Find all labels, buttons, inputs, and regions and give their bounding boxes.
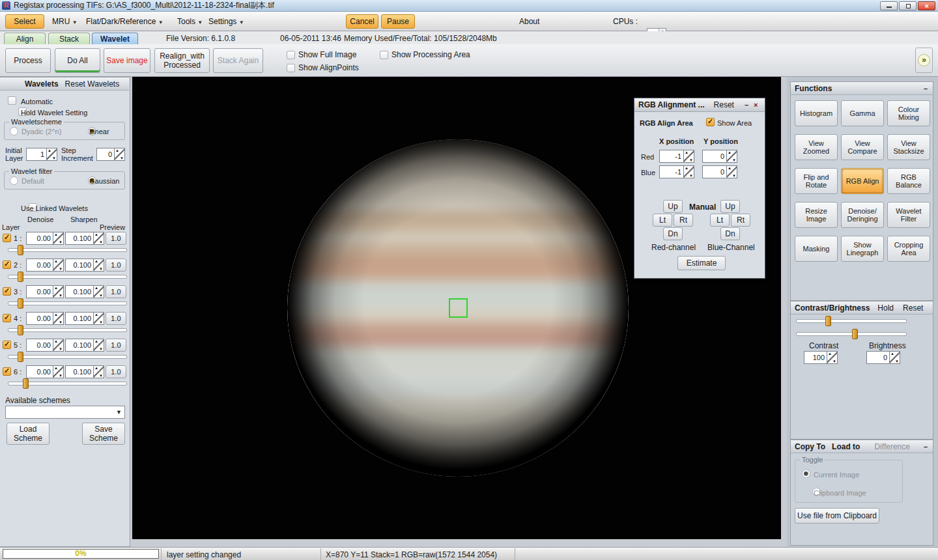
blue-up-button[interactable]: Up bbox=[720, 200, 740, 213]
sharpen-value[interactable]: 0.100 bbox=[65, 312, 93, 325]
layer2-checkbox[interactable] bbox=[3, 260, 11, 269]
image-canvas[interactable]: RGB Alignment ... Reset – × RGB Align Ar… bbox=[132, 77, 781, 539]
difference-button[interactable]: Difference bbox=[874, 442, 909, 451]
red-down-button[interactable]: Dn bbox=[663, 227, 683, 240]
layer1-preview-button[interactable]: 1.0 bbox=[106, 232, 126, 245]
layer4-preview-button[interactable]: 1.0 bbox=[106, 312, 126, 325]
sharpen-value[interactable]: 0.100 bbox=[65, 339, 93, 352]
blue-x-value[interactable]: -1 bbox=[659, 165, 683, 178]
spinner-icon[interactable] bbox=[683, 150, 694, 163]
automatic-checkbox[interactable] bbox=[8, 96, 16, 105]
gamma-button[interactable]: Gamma bbox=[841, 100, 884, 126]
estimate-button[interactable]: Estimate bbox=[677, 256, 726, 270]
sharpen-value[interactable]: 0.100 bbox=[65, 232, 93, 245]
menu-flat-dark-reference[interactable]: Flat/Dark/Reference ▼ bbox=[86, 17, 163, 26]
flip-rotate-button[interactable]: Flip and Rotate bbox=[795, 168, 838, 194]
blue-y-stepper[interactable]: 0 bbox=[702, 165, 737, 178]
layer1-sharpen-stepper[interactable]: 0.100 bbox=[65, 232, 104, 245]
dyadic-radio[interactable] bbox=[10, 127, 18, 135]
denoise-value[interactable]: 0.00 bbox=[26, 285, 53, 298]
layer6-sharpen-stepper[interactable]: 0.100 bbox=[65, 365, 104, 378]
denoise-value[interactable]: 0.00 bbox=[26, 232, 53, 245]
spinner-icon[interactable] bbox=[93, 365, 104, 378]
pause-button[interactable]: Pause bbox=[381, 14, 415, 29]
layer1-checkbox[interactable] bbox=[3, 234, 11, 242]
layer2-denoise-stepper[interactable]: 0.00 bbox=[26, 259, 64, 272]
layer6-checkbox[interactable] bbox=[3, 367, 11, 376]
layer3-checkbox[interactable] bbox=[3, 287, 11, 296]
spinner-icon[interactable] bbox=[93, 312, 104, 325]
show-processing-area-checkbox[interactable]: Show Processing Area bbox=[380, 50, 470, 59]
do-all-button[interactable]: Do All bbox=[55, 48, 100, 73]
slider-handle[interactable] bbox=[18, 245, 23, 255]
load-to-button[interactable]: Load to bbox=[832, 442, 860, 451]
wavelet-filter-button[interactable]: Wavelet Filter bbox=[887, 202, 930, 228]
spinner-icon[interactable] bbox=[114, 148, 125, 161]
view-compare-button[interactable]: View Compare bbox=[841, 134, 884, 160]
contrast-slider[interactable] bbox=[796, 319, 907, 323]
layer1-slider[interactable] bbox=[8, 248, 127, 252]
layer4-checkbox[interactable] bbox=[3, 314, 11, 322]
show-full-image-checkbox[interactable]: Show Full Image bbox=[287, 50, 356, 59]
red-y-value[interactable]: 0 bbox=[702, 150, 726, 163]
contrast-stepper[interactable]: 100 bbox=[804, 351, 838, 364]
slider-handle[interactable] bbox=[825, 316, 831, 326]
sharpen-value[interactable]: 0.100 bbox=[65, 285, 93, 298]
slider-handle[interactable] bbox=[18, 325, 23, 335]
process-button[interactable]: Process bbox=[5, 48, 51, 73]
brightness-value[interactable]: 0 bbox=[866, 351, 889, 364]
sharpen-value[interactable]: 0.100 bbox=[65, 259, 93, 272]
menu-about[interactable]: About bbox=[519, 17, 539, 26]
spinner-icon[interactable] bbox=[726, 150, 737, 163]
layer3-preview-button[interactable]: 1.0 bbox=[106, 285, 126, 298]
layer6-denoise-stepper[interactable]: 0.00 bbox=[26, 365, 64, 378]
tab-wavelet[interactable]: Wavelet bbox=[92, 33, 138, 44]
tab-align[interactable]: Align bbox=[4, 33, 46, 44]
layer5-preview-button[interactable]: 1.0 bbox=[106, 339, 126, 352]
spinner-icon[interactable] bbox=[53, 259, 64, 272]
brightness-stepper[interactable]: 0 bbox=[866, 351, 900, 364]
layer5-checkbox[interactable] bbox=[3, 341, 11, 349]
load-scheme-button[interactable]: Load Scheme bbox=[7, 423, 50, 445]
spinner-icon[interactable] bbox=[93, 232, 104, 245]
spinner-icon[interactable] bbox=[53, 365, 64, 378]
resize-image-button[interactable]: Resize Image bbox=[795, 202, 838, 228]
slider-handle[interactable] bbox=[18, 298, 23, 309]
dialog-close-icon[interactable]: × bbox=[754, 101, 758, 109]
contrast-value[interactable]: 100 bbox=[804, 351, 827, 364]
initial-layer-stepper[interactable]: 1 bbox=[26, 148, 57, 161]
layer3-denoise-stepper[interactable]: 0.00 bbox=[26, 285, 64, 298]
red-left-button[interactable]: Lt bbox=[653, 214, 672, 227]
rgb-dialog-header[interactable]: RGB Alignment ... Reset – × bbox=[634, 98, 765, 112]
spinner-icon[interactable] bbox=[46, 148, 57, 161]
layer5-sharpen-stepper[interactable]: 0.100 bbox=[65, 339, 104, 352]
tab-stack[interactable]: Stack bbox=[48, 33, 90, 44]
restore-button[interactable] bbox=[899, 1, 917, 10]
show-linegraph-button[interactable]: Show Linegraph bbox=[841, 236, 884, 262]
default-radio[interactable] bbox=[10, 176, 18, 185]
expand-panel-button[interactable]: » bbox=[915, 48, 933, 73]
schemes-dropdown[interactable]: ▼ bbox=[5, 406, 125, 419]
spinner-icon[interactable] bbox=[93, 339, 104, 352]
step-increment-stepper[interactable]: 0 bbox=[96, 148, 125, 161]
close-button[interactable]: × bbox=[918, 1, 935, 10]
step-increment-value[interactable]: 0 bbox=[96, 148, 114, 161]
menu-select-button[interactable]: Select bbox=[5, 14, 44, 29]
rgb-align-button[interactable]: RGB Align bbox=[841, 168, 884, 194]
menu-tools[interactable]: Tools ▼ bbox=[177, 17, 203, 26]
denoise-value[interactable]: 0.00 bbox=[26, 339, 53, 352]
slider-handle[interactable] bbox=[23, 378, 29, 389]
copy-to-button[interactable]: Copy To bbox=[795, 442, 825, 451]
layer2-sharpen-stepper[interactable]: 0.100 bbox=[65, 259, 104, 272]
panel-minimize-icon[interactable]: – bbox=[924, 85, 928, 92]
spinner-icon[interactable] bbox=[93, 285, 104, 298]
sharpen-value[interactable]: 0.100 bbox=[65, 365, 93, 378]
spinner-icon[interactable] bbox=[53, 285, 64, 298]
slider-handle[interactable] bbox=[18, 352, 23, 362]
red-x-stepper[interactable]: -1 bbox=[659, 150, 694, 163]
view-stacksize-button[interactable]: View Stacksize bbox=[887, 134, 930, 160]
red-x-value[interactable]: -1 bbox=[659, 150, 683, 163]
slider-handle[interactable] bbox=[852, 329, 858, 339]
layer4-slider[interactable] bbox=[8, 328, 127, 332]
denoise-value[interactable]: 0.00 bbox=[26, 259, 53, 272]
